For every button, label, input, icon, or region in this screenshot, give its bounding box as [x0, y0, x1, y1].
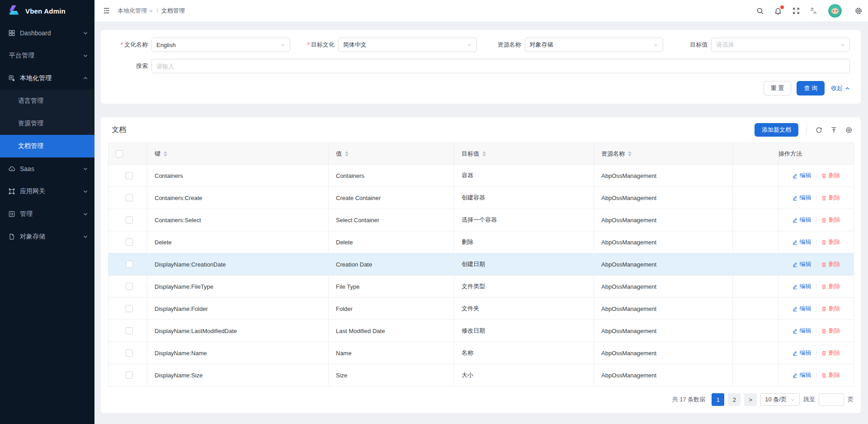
sidebar-item-admin[interactable]: 管理: [0, 203, 94, 225]
delete-button[interactable]: 删除: [821, 216, 840, 224]
sidebar-item-saas[interactable]: Saas: [0, 157, 94, 180]
delete-button[interactable]: 删除: [821, 282, 840, 291]
reset-button[interactable]: 重 置: [764, 81, 792, 95]
fullscreen-icon[interactable]: [792, 7, 800, 15]
cell-target-value: 文件类型: [454, 276, 594, 298]
row-checkbox[interactable]: [126, 194, 133, 201]
delete-button[interactable]: 删除: [821, 327, 840, 335]
vben-logo-icon: [7, 4, 21, 18]
gear-icon[interactable]: [854, 7, 863, 15]
target-value-select[interactable]: 请选择: [711, 38, 850, 52]
collapse-filters-link[interactable]: 收起: [831, 84, 850, 92]
sidebar-item-document-management[interactable]: 文档管理: [0, 135, 94, 157]
search-icon[interactable]: [756, 7, 764, 15]
cell-spacer: [733, 342, 778, 364]
required-asterisk: *: [307, 41, 310, 48]
menu-fold-icon[interactable]: [100, 5, 112, 17]
row-checkbox[interactable]: [126, 349, 133, 357]
sort-icon[interactable]: [345, 151, 349, 157]
cell-value: Delete: [329, 231, 454, 253]
sidebar-item-language-management[interactable]: 语言管理: [0, 90, 94, 112]
cell-spacer: [733, 276, 778, 298]
table-row: DisplayName:LastModifiedDate Last Modifi…: [108, 320, 854, 342]
chevron-down-icon: [790, 397, 795, 402]
jump-page-input[interactable]: [819, 393, 844, 406]
edit-button[interactable]: 编辑: [792, 260, 811, 268]
row-checkbox[interactable]: [126, 238, 133, 246]
pagination-next-button[interactable]: >: [744, 393, 757, 406]
column-header-resource[interactable]: 资源名称: [594, 143, 733, 165]
gear-icon[interactable]: [845, 126, 853, 134]
edit-button[interactable]: 编辑: [792, 282, 811, 291]
select-all-checkbox[interactable]: [116, 150, 123, 157]
search-input[interactable]: [151, 59, 850, 73]
edit-button[interactable]: 编辑: [792, 349, 811, 357]
cell-value: Containers: [329, 165, 454, 187]
row-height-icon[interactable]: [830, 126, 838, 134]
avatar[interactable]: [828, 4, 842, 18]
sidebar-item-resource-management[interactable]: 资源管理: [0, 112, 94, 135]
chevron-down-icon: [83, 234, 88, 239]
cell-value: Size: [329, 364, 454, 386]
app-root: Vben Admin Dashboard 平台管理 本地化管理: [0, 0, 868, 424]
column-header-key[interactable]: 键: [147, 143, 329, 165]
delete-button[interactable]: 删除: [821, 305, 840, 313]
row-checkbox[interactable]: [126, 283, 133, 290]
sidebar-item-gateway[interactable]: 应用网关: [0, 180, 94, 203]
sidebar-item-dashboard[interactable]: Dashboard: [0, 22, 94, 44]
pencil-icon: [792, 328, 798, 334]
bell-icon[interactable]: [774, 7, 782, 15]
breadcrumb-parent[interactable]: 本地化管理: [118, 7, 153, 15]
sidebar-item-localization[interactable]: 本地化管理: [0, 67, 94, 90]
delete-button[interactable]: 删除: [821, 194, 840, 202]
target-culture-select[interactable]: 简体中文: [338, 38, 477, 52]
row-checkbox[interactable]: [126, 261, 133, 268]
page-size-select[interactable]: 10 条/页: [760, 393, 800, 406]
chevron-down-icon: [467, 43, 472, 48]
chevron-down-icon: [83, 166, 88, 172]
sort-icon[interactable]: [164, 151, 167, 157]
pencil-icon: [792, 195, 798, 201]
refresh-icon[interactable]: [815, 126, 823, 134]
sort-icon[interactable]: [482, 151, 486, 157]
cell-actions: 编辑 删除: [778, 364, 854, 386]
sidebar-item-platform[interactable]: 平台管理: [0, 44, 94, 67]
row-checkbox[interactable]: [126, 305, 133, 312]
sidebar-item-object-storage[interactable]: 对象存储: [0, 225, 94, 248]
culture-name-select[interactable]: English: [151, 38, 290, 52]
document-table-panel: 文档 添加新文档: [101, 117, 861, 413]
delete-button[interactable]: 删除: [821, 260, 840, 268]
edit-button[interactable]: 编辑: [792, 305, 811, 313]
pagination-page-2[interactable]: 2: [728, 393, 741, 406]
edit-button[interactable]: 编辑: [792, 327, 811, 335]
cell-value: Last Modified Date: [329, 320, 454, 342]
delete-button[interactable]: 删除: [821, 349, 840, 357]
logo[interactable]: Vben Admin: [0, 0, 94, 22]
edit-button[interactable]: 编辑: [792, 238, 811, 246]
row-checkbox[interactable]: [126, 327, 133, 334]
delete-button[interactable]: 删除: [821, 172, 840, 180]
row-checkbox[interactable]: [126, 216, 133, 224]
pencil-icon: [792, 284, 798, 290]
query-button[interactable]: 查 询: [797, 81, 825, 95]
row-checkbox[interactable]: [126, 172, 133, 179]
column-header-target[interactable]: 目标值: [454, 143, 594, 165]
action-divider: [816, 350, 816, 356]
pagination-page-1[interactable]: 1: [712, 393, 724, 406]
delete-button[interactable]: 删除: [821, 238, 840, 246]
table-row: DisplayName:CreationDate Creation Date 创…: [108, 253, 854, 276]
resource-name-select[interactable]: 对象存储: [525, 38, 664, 52]
edit-button[interactable]: 编辑: [792, 194, 811, 202]
edit-button[interactable]: 编辑: [792, 216, 811, 224]
sort-icon[interactable]: [628, 151, 632, 157]
edit-button[interactable]: 编辑: [792, 371, 811, 379]
table-toolbar: 文档 添加新文档: [108, 117, 854, 143]
row-checkbox[interactable]: [126, 372, 133, 379]
delete-button[interactable]: 删除: [821, 371, 840, 379]
edit-button[interactable]: 编辑: [792, 172, 811, 180]
column-header-value[interactable]: 值: [329, 143, 454, 165]
translate-icon[interactable]: 文A: [810, 7, 818, 15]
field-culture-name: *文化名称 English: [112, 38, 290, 52]
sidebar-item-label: 本地化管理: [20, 74, 83, 82]
add-document-button[interactable]: 添加新文档: [755, 123, 798, 137]
